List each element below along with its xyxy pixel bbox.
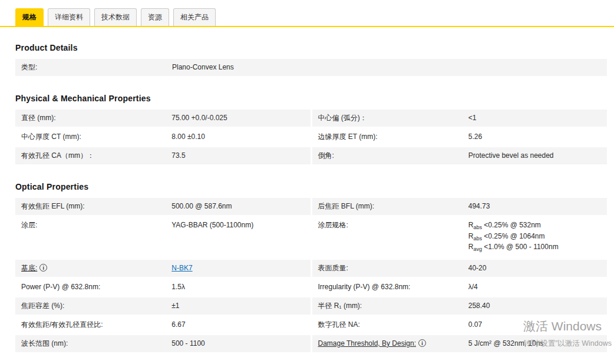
spec-value-bfl: 494.73 [463, 198, 607, 215]
spec-value-centration: <1 [463, 110, 607, 127]
damage-threshold-term: Damage Threshold, By Design: [318, 339, 417, 348]
spec-value-fl-tolerance: ±1 [166, 297, 310, 315]
tab-bar: 规格 详细资料 技术数据 资源 相关产品 [0, 0, 614, 26]
spec-label-power: Power (P-V) @ 632.8nm: [15, 279, 166, 296]
info-icon[interactable]: i [418, 339, 426, 347]
spec-label-edge-thickness: 边缘厚度 ET (mm): [312, 128, 463, 145]
spec-value-substrate: N-BK7 [166, 260, 310, 277]
section-title-physical: Physical & Mechanical Properties [15, 94, 607, 103]
spec-label-f-number: 有效焦距/有效孔径直径比: [15, 316, 166, 333]
spec-value-surface-quality: 40-20 [463, 260, 607, 277]
spec-label-centration: 中心偏 (弧分)： [312, 110, 463, 127]
spec-label-coating: 涂层: [15, 217, 166, 258]
spec-value-f-number: 6.67 [166, 316, 310, 333]
section-title-product-details: Product Details [15, 43, 607, 52]
spec-label-surface-quality: 表面质量: [312, 260, 463, 277]
table-row: 焦距容差 (%): ±1 半径 R₁ (mm): 258.40 [15, 297, 607, 316]
coating-spec-line: Rabs <0.25% @ 532nm [468, 221, 602, 231]
tab-details[interactable]: 详细资料 [48, 8, 90, 26]
coating-spec-line: Ravg <1.0% @ 500 - 1100nm [468, 243, 602, 253]
coating-spec-line: Rabs <0.25% @ 1064nm [468, 232, 602, 243]
info-icon[interactable]: i [39, 264, 47, 272]
spec-value-efl: 500.00 @ 587.6nm [166, 198, 310, 215]
spec-value-wavelength-range: 500 - 1100 [166, 335, 310, 352]
spec-content: Product Details 类型: Plano-Convex Lens Ph… [0, 43, 614, 364]
spec-label-efl: 有效焦距 EFL (mm): [15, 198, 166, 215]
spec-label-bfl: 后焦距 BFL (mm): [312, 198, 463, 215]
section-title-optical: Optical Properties [15, 182, 607, 191]
spec-label-fl-tolerance: 焦距容差 (%): [15, 297, 166, 315]
spec-label-wavelength-range: 波长范围 (nm): [15, 335, 166, 352]
spec-label-substrate: 基底:i [15, 260, 166, 277]
spec-label-diameter: 直径 (mm): [15, 110, 166, 127]
spec-label-clear-aperture: 有效孔径 CA（mm）： [15, 147, 166, 164]
table-row: 涂层: YAG-BBAR (500-1100nm) 涂层规格: Rabs <0.… [15, 217, 607, 260]
table-row: 有效孔径 CA（mm）： 73.5 倒角: Protective bevel a… [15, 147, 607, 166]
table-row: 有效焦距 EFL (mm): 500.00 @ 587.6nm 后焦距 BFL … [15, 198, 607, 217]
spec-label-na: 数字孔径 NA: [312, 316, 463, 333]
table-row: 中心厚度 CT (mm): 8.00 ±0.10 边缘厚度 ET (mm): 5… [15, 128, 607, 147]
tab-technical-data[interactable]: 技术数据 [94, 8, 137, 26]
spec-value-clear-aperture: 73.5 [166, 147, 310, 164]
spec-value-radius-r1: 258.40 [463, 297, 607, 315]
spec-value-damage-threshold: 5 J/cm² @ 532nm, 10ns [463, 335, 607, 352]
spec-value-diameter: 75.00 +0.0/-0.025 [166, 110, 310, 127]
tab-accent-rule [0, 26, 614, 27]
spec-label-radius-r1: 半径 R₁ (mm): [312, 297, 463, 315]
tab-specifications[interactable]: 规格 [15, 8, 44, 26]
spec-value-coating: YAG-BBAR (500-1100nm) [166, 217, 310, 258]
spec-value-center-thickness: 8.00 ±0.10 [166, 128, 310, 145]
table-row: Power (P-V) @ 632.8nm: 1.5λ Irregularity… [15, 279, 607, 297]
table-row: 直径 (mm): 75.00 +0.0/-0.025 中心偏 (弧分)： <1 [15, 110, 607, 128]
spec-label-irregularity: Irregularity (P-V) @ 632.8nm: [312, 279, 463, 296]
substrate-term: 基底: [21, 264, 37, 272]
spec-label-coating-spec: 涂层规格: [312, 217, 463, 258]
spec-value-type: Plano-Convex Lens [166, 59, 607, 76]
spec-value-edge-thickness: 5.26 [463, 128, 607, 145]
tab-resources[interactable]: 资源 [141, 8, 169, 26]
physical-properties-table: 直径 (mm): 75.00 +0.0/-0.025 中心偏 (弧分)： <1 … [15, 110, 607, 166]
spec-value-irregularity: λ/4 [463, 279, 607, 296]
substrate-link[interactable]: N-BK7 [171, 264, 192, 272]
spec-value-coating-spec: Rabs <0.25% @ 532nm Rabs <0.25% @ 1064nm… [463, 217, 607, 258]
table-row: 基底:i N-BK7 表面质量: 40-20 [15, 260, 607, 279]
table-row: 类型: Plano-Convex Lens [15, 59, 607, 78]
spec-label-center-thickness: 中心厚度 CT (mm): [15, 128, 166, 145]
product-details-table: 类型: Plano-Convex Lens [15, 59, 607, 78]
table-row: 波长范围 (nm): 500 - 1100 Damage Threshold, … [15, 335, 607, 354]
spec-label-damage-threshold: Damage Threshold, By Design:i [312, 335, 463, 352]
spec-label-type: 类型: [15, 59, 166, 76]
spec-value-na: 0.07 [463, 316, 607, 333]
spec-label-bevel: 倒角: [312, 147, 463, 164]
tab-related-products[interactable]: 相关产品 [173, 8, 216, 26]
table-row: 有效焦距/有效孔径直径比: 6.67 数字孔径 NA: 0.07 [15, 316, 607, 335]
spec-value-power: 1.5λ [166, 279, 310, 296]
optical-properties-table: 有效焦距 EFL (mm): 500.00 @ 587.6nm 后焦距 BFL … [15, 198, 607, 354]
spec-value-bevel: Protective bevel as needed [463, 147, 607, 164]
